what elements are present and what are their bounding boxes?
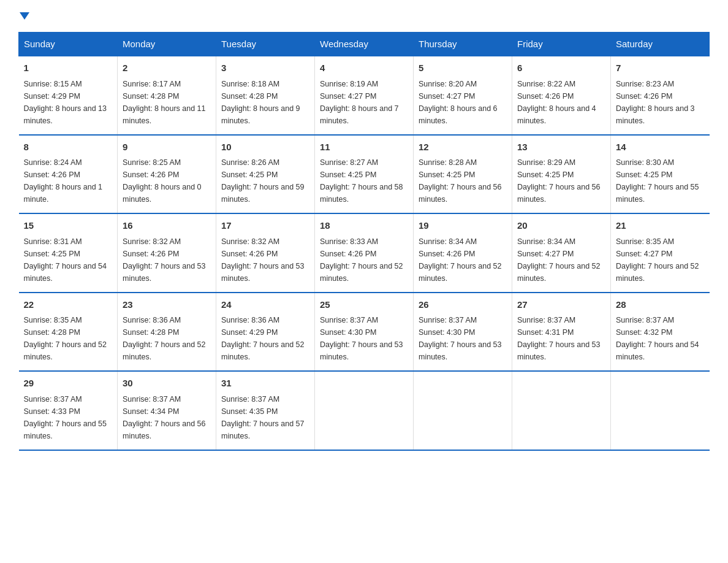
calendar-cell: 27Sunrise: 8:37 AMSunset: 4:31 PMDayligh…	[512, 293, 611, 372]
calendar-cell: 17Sunrise: 8:32 AMSunset: 4:26 PMDayligh…	[216, 213, 315, 293]
calendar-cell: 2Sunrise: 8:17 AMSunset: 4:28 PMDaylight…	[118, 56, 216, 135]
calendar-cell: 28Sunrise: 8:37 AMSunset: 4:32 PMDayligh…	[611, 293, 710, 372]
day-info: Sunrise: 8:37 AMSunset: 4:30 PMDaylight:…	[419, 314, 507, 363]
day-info: Sunrise: 8:23 AMSunset: 4:26 PMDaylight:…	[616, 78, 705, 127]
calendar-cell: 9Sunrise: 8:25 AMSunset: 4:26 PMDaylight…	[118, 135, 216, 214]
calendar-cell	[512, 371, 611, 450]
day-info: Sunrise: 8:15 AMSunset: 4:29 PMDaylight:…	[24, 78, 113, 127]
logo-triangle-icon	[20, 12, 29, 20]
col-header-monday: Monday	[118, 33, 216, 56]
day-info: Sunrise: 8:25 AMSunset: 4:26 PMDaylight:…	[123, 156, 211, 205]
day-info: Sunrise: 8:22 AMSunset: 4:26 PMDaylight:…	[517, 78, 605, 127]
calendar-cell: 15Sunrise: 8:31 AMSunset: 4:25 PMDayligh…	[19, 213, 118, 293]
day-info: Sunrise: 8:30 AMSunset: 4:25 PMDaylight:…	[616, 156, 705, 205]
col-header-wednesday: Wednesday	[315, 33, 414, 56]
day-info: Sunrise: 8:37 AMSunset: 4:32 PMDaylight:…	[616, 314, 705, 363]
day-number: 24	[221, 298, 309, 312]
day-number: 3	[221, 61, 309, 75]
calendar-cell: 12Sunrise: 8:28 AMSunset: 4:25 PMDayligh…	[414, 135, 512, 214]
day-info: Sunrise: 8:32 AMSunset: 4:26 PMDaylight:…	[123, 236, 211, 285]
calendar-cell: 8Sunrise: 8:24 AMSunset: 4:26 PMDaylight…	[19, 135, 118, 214]
calendar-cell: 23Sunrise: 8:36 AMSunset: 4:28 PMDayligh…	[118, 293, 216, 372]
day-info: Sunrise: 8:37 AMSunset: 4:33 PMDaylight:…	[24, 393, 113, 442]
day-info: Sunrise: 8:28 AMSunset: 4:25 PMDaylight:…	[419, 156, 507, 205]
day-number: 7	[616, 61, 705, 75]
calendar-cell	[315, 371, 414, 450]
calendar-cell: 6Sunrise: 8:22 AMSunset: 4:26 PMDaylight…	[512, 56, 611, 135]
calendar-cell: 22Sunrise: 8:35 AMSunset: 4:28 PMDayligh…	[19, 293, 118, 372]
day-number: 25	[320, 298, 408, 312]
calendar-cell: 30Sunrise: 8:37 AMSunset: 4:34 PMDayligh…	[118, 371, 216, 450]
day-number: 12	[419, 140, 507, 155]
day-number: 17	[221, 219, 309, 233]
day-number: 11	[320, 140, 408, 155]
col-header-friday: Friday	[512, 33, 611, 56]
day-number: 31	[221, 377, 309, 391]
day-info: Sunrise: 8:33 AMSunset: 4:26 PMDaylight:…	[320, 236, 408, 285]
day-info: Sunrise: 8:29 AMSunset: 4:25 PMDaylight:…	[517, 156, 605, 205]
col-header-sunday: Sunday	[19, 33, 118, 56]
calendar-cell: 19Sunrise: 8:34 AMSunset: 4:26 PMDayligh…	[414, 213, 512, 293]
day-info: Sunrise: 8:18 AMSunset: 4:28 PMDaylight:…	[221, 78, 309, 127]
day-number: 16	[123, 219, 211, 233]
calendar-cell: 1Sunrise: 8:15 AMSunset: 4:29 PMDaylight…	[19, 56, 118, 135]
calendar-cell	[414, 371, 512, 450]
day-info: Sunrise: 8:37 AMSunset: 4:34 PMDaylight:…	[123, 393, 211, 442]
day-info: Sunrise: 8:19 AMSunset: 4:27 PMDaylight:…	[320, 78, 408, 127]
day-number: 30	[123, 377, 211, 391]
calendar-header-row: SundayMondayTuesdayWednesdayThursdayFrid…	[19, 33, 710, 56]
day-number: 9	[123, 140, 211, 155]
calendar-cell: 11Sunrise: 8:27 AMSunset: 4:25 PMDayligh…	[315, 135, 414, 214]
day-info: Sunrise: 8:31 AMSunset: 4:25 PMDaylight:…	[24, 236, 113, 285]
calendar-cell: 4Sunrise: 8:19 AMSunset: 4:27 PMDaylight…	[315, 56, 414, 135]
logo	[18, 12, 29, 20]
day-number: 23	[123, 298, 211, 312]
calendar-cell	[611, 371, 710, 450]
day-number: 28	[616, 298, 705, 312]
calendar-cell: 31Sunrise: 8:37 AMSunset: 4:35 PMDayligh…	[216, 371, 315, 450]
day-number: 18	[320, 219, 408, 233]
day-info: Sunrise: 8:37 AMSunset: 4:30 PMDaylight:…	[320, 314, 408, 363]
day-info: Sunrise: 8:35 AMSunset: 4:27 PMDaylight:…	[616, 236, 705, 285]
day-number: 2	[123, 61, 211, 75]
calendar-cell: 13Sunrise: 8:29 AMSunset: 4:25 PMDayligh…	[512, 135, 611, 214]
day-info: Sunrise: 8:27 AMSunset: 4:25 PMDaylight:…	[320, 156, 408, 205]
day-number: 26	[419, 298, 507, 312]
calendar-cell: 7Sunrise: 8:23 AMSunset: 4:26 PMDaylight…	[611, 56, 710, 135]
day-number: 1	[24, 61, 113, 75]
page-header	[18, 12, 710, 20]
week-row-5: 29Sunrise: 8:37 AMSunset: 4:33 PMDayligh…	[19, 371, 710, 450]
day-number: 29	[24, 377, 113, 391]
day-number: 6	[517, 61, 605, 75]
calendar-table: SundayMondayTuesdayWednesdayThursdayFrid…	[18, 32, 710, 451]
day-number: 5	[419, 61, 507, 75]
day-info: Sunrise: 8:37 AMSunset: 4:35 PMDaylight:…	[221, 393, 309, 442]
col-header-tuesday: Tuesday	[216, 33, 315, 56]
day-number: 22	[24, 298, 113, 312]
calendar-cell: 16Sunrise: 8:32 AMSunset: 4:26 PMDayligh…	[118, 213, 216, 293]
calendar-cell: 25Sunrise: 8:37 AMSunset: 4:30 PMDayligh…	[315, 293, 414, 372]
day-number: 10	[221, 140, 309, 155]
calendar-cell: 18Sunrise: 8:33 AMSunset: 4:26 PMDayligh…	[315, 213, 414, 293]
col-header-saturday: Saturday	[611, 33, 710, 56]
calendar-cell: 5Sunrise: 8:20 AMSunset: 4:27 PMDaylight…	[414, 56, 512, 135]
day-info: Sunrise: 8:37 AMSunset: 4:31 PMDaylight:…	[517, 314, 605, 363]
week-row-1: 1Sunrise: 8:15 AMSunset: 4:29 PMDaylight…	[19, 56, 710, 135]
calendar-cell: 20Sunrise: 8:34 AMSunset: 4:27 PMDayligh…	[512, 213, 611, 293]
calendar-cell: 29Sunrise: 8:37 AMSunset: 4:33 PMDayligh…	[19, 371, 118, 450]
day-number: 4	[320, 61, 408, 75]
calendar-cell: 14Sunrise: 8:30 AMSunset: 4:25 PMDayligh…	[611, 135, 710, 214]
day-number: 27	[517, 298, 605, 312]
day-number: 19	[419, 219, 507, 233]
day-number: 13	[517, 140, 605, 155]
day-number: 21	[616, 219, 705, 233]
day-info: Sunrise: 8:17 AMSunset: 4:28 PMDaylight:…	[123, 78, 211, 127]
day-info: Sunrise: 8:20 AMSunset: 4:27 PMDaylight:…	[419, 78, 507, 127]
day-info: Sunrise: 8:34 AMSunset: 4:27 PMDaylight:…	[517, 236, 605, 285]
week-row-4: 22Sunrise: 8:35 AMSunset: 4:28 PMDayligh…	[19, 293, 710, 372]
calendar-cell: 3Sunrise: 8:18 AMSunset: 4:28 PMDaylight…	[216, 56, 315, 135]
day-info: Sunrise: 8:36 AMSunset: 4:29 PMDaylight:…	[221, 314, 309, 363]
day-number: 20	[517, 219, 605, 233]
day-info: Sunrise: 8:35 AMSunset: 4:28 PMDaylight:…	[24, 314, 113, 363]
day-info: Sunrise: 8:34 AMSunset: 4:26 PMDaylight:…	[419, 236, 507, 285]
